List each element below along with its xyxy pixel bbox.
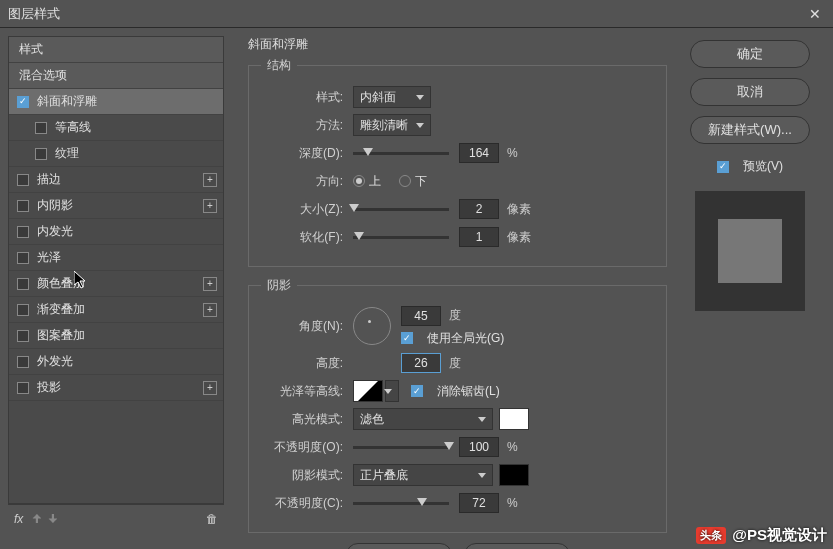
window-title: 图层样式 — [8, 5, 60, 23]
preview-box — [695, 191, 805, 311]
cancel-button[interactable]: 取消 — [690, 78, 810, 106]
size-slider[interactable] — [353, 208, 449, 211]
checkbox-icon[interactable] — [17, 200, 29, 212]
item-color-overlay[interactable]: 颜色叠加+ — [9, 271, 223, 297]
dir-up-radio[interactable] — [353, 175, 365, 187]
checkbox-icon[interactable] — [17, 382, 29, 394]
checkbox-icon[interactable] — [17, 252, 29, 264]
depth-slider[interactable] — [353, 152, 449, 155]
style-list: 样式 混合选项 斜面和浮雕 等高线 纹理 描边+ 内阴影+ 内发光 光泽 颜色叠… — [8, 36, 224, 504]
depth-label: 深度(D): — [261, 145, 343, 162]
shadow-mode-dropdown[interactable]: 正片叠底 — [353, 464, 493, 486]
sidebar-footer: fx 🠉 🠋 🗑 — [8, 504, 224, 532]
checkbox-icon[interactable] — [17, 278, 29, 290]
item-bevel[interactable]: 斜面和浮雕 — [9, 89, 223, 115]
item-drop-shadow[interactable]: 投影+ — [9, 375, 223, 401]
dir-down-radio[interactable] — [399, 175, 411, 187]
checkbox-icon[interactable] — [17, 174, 29, 186]
checkbox-icon[interactable] — [17, 356, 29, 368]
shadow-opacity-label: 不透明度(C): — [261, 495, 343, 512]
altitude-input[interactable] — [401, 353, 441, 373]
item-inner-shadow[interactable]: 内阴影+ — [9, 193, 223, 219]
depth-unit: % — [507, 146, 518, 160]
item-gradient-overlay[interactable]: 渐变叠加+ — [9, 297, 223, 323]
highlight-mode-dropdown[interactable]: 滤色 — [353, 408, 493, 430]
method-label: 方法: — [261, 117, 343, 134]
highlight-opacity-input[interactable] — [459, 437, 499, 457]
watermark-text: @PS视觉设计 — [732, 526, 827, 545]
checkbox-icon[interactable] — [35, 122, 47, 134]
highlight-opacity-slider[interactable] — [353, 446, 449, 449]
blend-header-label: 混合选项 — [19, 67, 67, 84]
reset-default-button[interactable]: 复位为默认值 — [464, 543, 570, 549]
structure-group: 结构 样式:内斜面 方法:雕刻清晰 深度(D):% 方向:上下 大小(Z):像素… — [248, 57, 667, 267]
size-input[interactable] — [459, 199, 499, 219]
checkbox-icon[interactable] — [17, 226, 29, 238]
blend-header[interactable]: 混合选项 — [9, 63, 223, 89]
checkbox-icon[interactable] — [17, 96, 29, 108]
item-label: 光泽 — [37, 249, 61, 266]
shadow-mode-label: 阴影模式: — [261, 467, 343, 484]
ok-button[interactable]: 确定 — [690, 40, 810, 68]
method-dropdown[interactable]: 雕刻清晰 — [353, 114, 431, 136]
item-label: 投影 — [37, 379, 61, 396]
soften-slider[interactable] — [353, 236, 449, 239]
shadow-opacity-slider[interactable] — [353, 502, 449, 505]
style-label: 样式: — [261, 89, 343, 106]
item-contour[interactable]: 等高线 — [9, 115, 223, 141]
dir-down-label: 下 — [415, 173, 427, 190]
item-outer-glow[interactable]: 外发光 — [9, 349, 223, 375]
angle-input[interactable] — [401, 306, 441, 326]
item-label: 斜面和浮雕 — [37, 93, 97, 110]
make-default-button[interactable]: 设置为默认值 — [346, 543, 452, 549]
plus-icon[interactable]: + — [203, 277, 217, 291]
styles-header[interactable]: 样式 — [9, 37, 223, 63]
highlight-opacity-label: 不透明度(O): — [261, 439, 343, 456]
plus-icon[interactable]: + — [203, 303, 217, 317]
highlight-mode-label: 高光模式: — [261, 411, 343, 428]
dir-up-label: 上 — [369, 173, 381, 190]
soften-input[interactable] — [459, 227, 499, 247]
trash-icon[interactable]: 🗑 — [206, 512, 218, 526]
preview-toggle[interactable]: 预览(V) — [717, 158, 783, 175]
item-label: 内发光 — [37, 223, 73, 240]
item-texture[interactable]: 纹理 — [9, 141, 223, 167]
watermark-badge: 头条 — [696, 527, 726, 544]
fx-menu[interactable]: fx — [14, 512, 23, 526]
item-pattern-overlay[interactable]: 图案叠加 — [9, 323, 223, 349]
shadow-opacity-input[interactable] — [459, 493, 499, 513]
item-label: 内阴影 — [37, 197, 73, 214]
item-label: 外发光 — [37, 353, 73, 370]
depth-input[interactable] — [459, 143, 499, 163]
item-label: 等高线 — [55, 119, 91, 136]
close-icon[interactable]: ✕ — [805, 4, 825, 24]
antialias-label: 消除锯齿(L) — [437, 383, 500, 400]
highlight-color-swatch[interactable] — [499, 408, 529, 430]
item-label: 描边 — [37, 171, 61, 188]
global-light-checkbox[interactable] — [401, 332, 413, 344]
item-stroke[interactable]: 描边+ — [9, 167, 223, 193]
item-inner-glow[interactable]: 内发光 — [9, 219, 223, 245]
angle-control[interactable] — [353, 307, 391, 345]
plus-icon[interactable]: + — [203, 381, 217, 395]
preview-label: 预览(V) — [743, 158, 783, 175]
altitude-label: 高度: — [261, 355, 343, 372]
plus-icon[interactable]: + — [203, 199, 217, 213]
checkbox-icon[interactable] — [717, 161, 729, 173]
contour-picker[interactable] — [353, 380, 383, 402]
antialias-checkbox[interactable] — [411, 385, 423, 397]
soften-unit: 像素 — [507, 229, 531, 246]
checkbox-icon[interactable] — [17, 330, 29, 342]
shadow-color-swatch[interactable] — [499, 464, 529, 486]
item-label: 纹理 — [55, 145, 79, 162]
panel-title: 斜面和浮雕 — [248, 36, 667, 53]
size-unit: 像素 — [507, 201, 531, 218]
checkbox-icon[interactable] — [35, 148, 47, 160]
plus-icon[interactable]: + — [203, 173, 217, 187]
new-style-button[interactable]: 新建样式(W)... — [690, 116, 810, 144]
style-dropdown[interactable]: 内斜面 — [353, 86, 431, 108]
checkbox-icon[interactable] — [17, 304, 29, 316]
reorder-arrows[interactable]: 🠉 🠋 — [31, 512, 58, 526]
item-satin[interactable]: 光泽 — [9, 245, 223, 271]
contour-dropdown[interactable] — [385, 380, 399, 402]
